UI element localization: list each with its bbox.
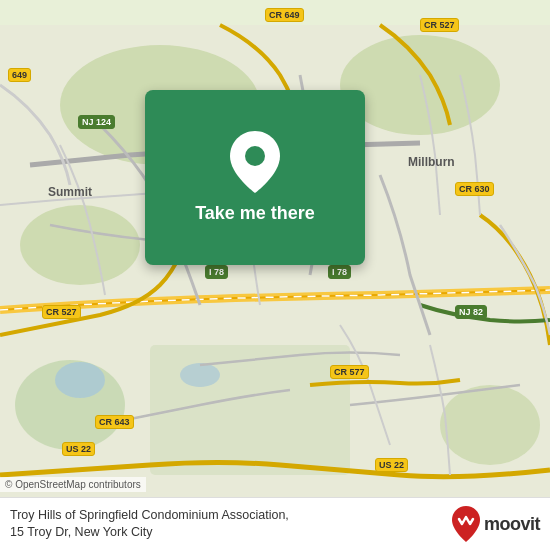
copyright-text: © OpenStreetMap contributors [0, 477, 146, 492]
road-badge-nj124: NJ 124 [78, 115, 115, 129]
road-badge-cr630: CR 630 [455, 182, 494, 196]
map-container: CR 649 NJ 124 CR 527 CR 630 I 78 I 78 CR… [0, 0, 550, 550]
road-badge-649: 649 [8, 68, 31, 82]
svg-point-7 [55, 362, 105, 398]
city-label-summit: Summit [48, 185, 92, 199]
moovit-pin-icon [452, 506, 480, 542]
svg-point-6 [440, 385, 540, 465]
address-line1: Troy Hills of Springfield Condominium As… [10, 508, 289, 522]
moovit-logo: moovit [452, 506, 540, 542]
address-text: Troy Hills of Springfield Condominium As… [10, 507, 444, 542]
svg-point-8 [180, 363, 220, 387]
svg-point-9 [245, 146, 265, 166]
road-badge-i78-left: I 78 [205, 265, 228, 279]
city-label-millburn: Millburn [408, 155, 455, 169]
road-badge-cr527-bottom: CR 527 [42, 305, 81, 319]
info-bar: Troy Hills of Springfield Condominium As… [0, 497, 550, 550]
road-badge-us22-right: US 22 [375, 458, 408, 472]
take-me-there-label: Take me there [195, 203, 315, 224]
road-badge-cr649-top: CR 649 [265, 8, 304, 22]
location-pin-icon [230, 131, 280, 191]
road-badge-cr577: CR 577 [330, 365, 369, 379]
road-badge-i78-right: I 78 [328, 265, 351, 279]
svg-point-3 [20, 205, 140, 285]
road-badge-nj82: NJ 82 [455, 305, 487, 319]
address-line2: 15 Troy Dr, New York City [10, 525, 152, 539]
moovit-text: moovit [484, 514, 540, 535]
take-me-there-button[interactable]: Take me there [145, 90, 365, 265]
road-badge-us22-left: US 22 [62, 442, 95, 456]
road-badge-cr643: CR 643 [95, 415, 134, 429]
map-svg [0, 0, 550, 550]
road-badge-cr527-top: CR 527 [420, 18, 459, 32]
